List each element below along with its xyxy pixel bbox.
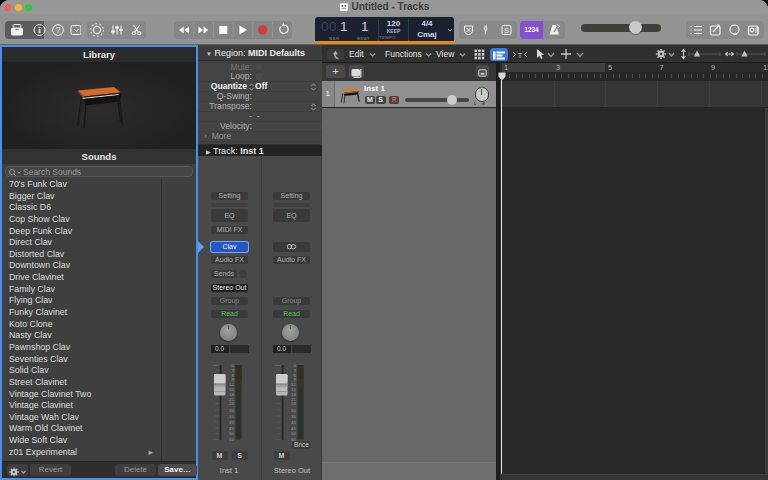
svg-text:i: i [38, 25, 41, 35]
svg-text:30: 30 [291, 408, 296, 413]
svg-text:60: 60 [229, 437, 234, 441]
svg-text:45: 45 [291, 426, 296, 431]
svg-text:24: 24 [229, 401, 234, 406]
svg-text:50: 50 [291, 431, 296, 436]
svg-text:50: 50 [229, 431, 234, 436]
svg-text:T: T [518, 51, 523, 60]
svg-text:?: ? [56, 25, 61, 35]
svg-text:40: 40 [291, 420, 296, 425]
svg-text:35: 35 [229, 414, 234, 419]
svg-text:40: 40 [229, 420, 234, 425]
svg-text:30: 30 [229, 408, 234, 413]
svg-text:45: 45 [229, 426, 234, 431]
svg-text:S: S [504, 26, 509, 35]
svg-text:35: 35 [291, 414, 296, 419]
svg-text:24: 24 [291, 401, 296, 406]
